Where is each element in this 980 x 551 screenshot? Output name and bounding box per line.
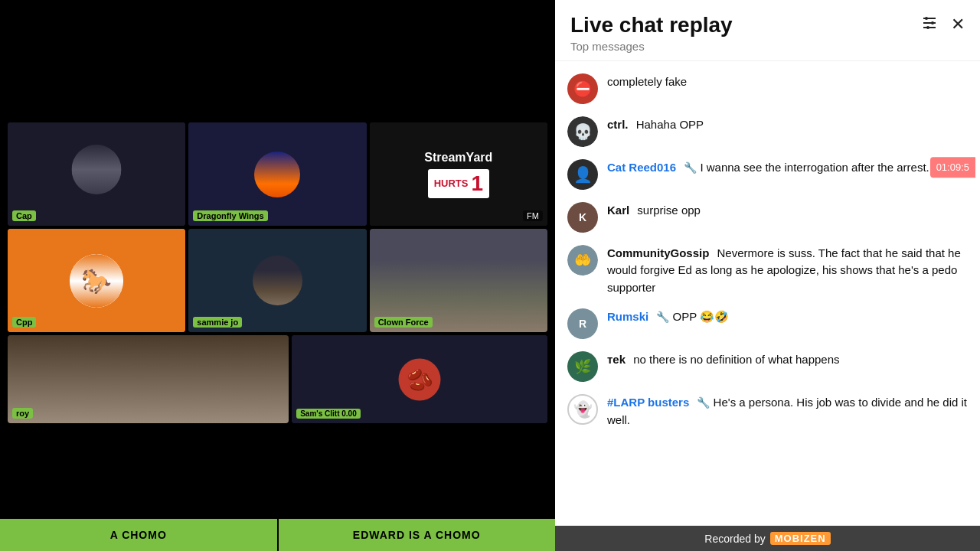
label-fm: FM	[523, 210, 543, 221]
avatar-4: K	[567, 202, 598, 233]
video-panel: Cap Dragonfly Wings StreamYard HURTS 1	[0, 0, 555, 551]
svg-point-5	[926, 26, 929, 29]
avatar-3: 👤	[567, 159, 598, 190]
recorded-text: Recorded by	[704, 533, 765, 545]
svg-point-3	[925, 17, 928, 20]
label-cpp: Cpp	[12, 317, 36, 328]
msg-content-3: Cat Reed016 🔧 I wanna see the interrogat…	[607, 159, 968, 177]
chat-message-3: 👤 Cat Reed016 🔧 I wanna see the interrog…	[555, 153, 980, 196]
chat-panel: Live chat replay Top messages ✕ ⛔	[555, 0, 980, 551]
chat-subtitle: Top messages	[570, 40, 965, 53]
filter-icon[interactable]	[920, 14, 939, 35]
grid-cell-cpp: 🐎 Cpp	[8, 229, 185, 332]
chat-title: Live chat replay	[570, 12, 965, 38]
chat-header-icons: ✕	[920, 14, 965, 35]
label-dragonfly: Dragonfly Wings	[193, 210, 267, 221]
chat-message-2: 💀 ctrl. Hahaha OPP	[555, 110, 980, 153]
avatar-1: ⛔	[567, 73, 598, 104]
grid-cell-fm: StreamYard HURTS 1 FM	[370, 122, 547, 226]
label-roy: roy	[12, 408, 33, 419]
avatar-8: 👻	[567, 394, 598, 425]
msg-content-5: CommunityGossip Nevermore is suss. The f…	[607, 245, 968, 297]
label-sam: Sam's Clitt 0.00	[296, 409, 361, 419]
grid-cell-sammie: sammie jo	[188, 229, 366, 332]
video-grid: Cap Dragonfly Wings StreamYard HURTS 1	[8, 122, 547, 505]
chat-header: Live chat replay Top messages ✕	[555, 0, 980, 61]
label-cap: Cap	[12, 210, 36, 221]
avatar-5: 🤲	[567, 245, 598, 276]
msg-content-7: теk no there is no definition of what ha…	[607, 351, 968, 369]
chat-message-5: 🤲 CommunityGossip Nevermore is suss. The…	[555, 239, 980, 303]
label-clown: Clown Force	[374, 317, 433, 328]
avatar-7: 🌿	[567, 351, 598, 382]
bottom-banner: A CHOMO EDWARD IS A CHOMO	[0, 519, 555, 551]
streamyard-label: StreamYard	[424, 151, 492, 165]
grid-cell-sam: 🫘 Sam's Clitt 0.00	[292, 335, 547, 423]
chat-message-6: R Rumski 🔧 OPP 😂🤣	[555, 302, 980, 345]
chat-message-1: ⛔ completely fake	[555, 67, 980, 110]
recorded-banner: Recorded by MOBIZEN	[555, 526, 980, 551]
chat-message-7: 🌿 теk no there is no definition of what …	[555, 345, 980, 388]
grid-cell-clown: Clown Force	[370, 229, 547, 332]
svg-point-4	[931, 21, 934, 24]
banner-right: EDWARD IS A CHOMO	[279, 529, 556, 541]
msg-content-2: ctrl. Hahaha OPP	[607, 116, 968, 134]
grid-cell-roy: roy	[8, 335, 289, 423]
banner-left: A CHOMO	[0, 529, 277, 541]
hurts-badge: HURTS 1	[428, 169, 489, 198]
mobizen-logo: MOBIZEN	[770, 532, 831, 545]
grid-cell-dragonfly: Dragonfly Wings	[188, 122, 366, 226]
avatar-6: R	[567, 308, 598, 339]
bean-avatar: 🫘	[399, 358, 441, 400]
timestamp-badge: 01:09:5	[930, 157, 975, 178]
msg-content-8: #LARP busters 🔧 He's a persona. His job …	[607, 394, 968, 429]
msg-content-6: Rumski 🔧 OPP 😂🤣	[607, 308, 968, 326]
chat-messages[interactable]: ⛔ completely fake 💀 ctrl. Hahaha OPP 👤 C…	[555, 61, 980, 526]
msg-content-4: Karl surprise opp	[607, 202, 968, 220]
grid-cell-cap: Cap	[8, 122, 185, 226]
close-icon[interactable]: ✕	[951, 16, 965, 33]
chat-message-4: K Karl surprise opp	[555, 196, 980, 239]
chat-message-8: 👻 #LARP busters 🔧 He's a persona. His jo…	[555, 388, 980, 435]
label-sammie: sammie jo	[193, 317, 242, 328]
avatar-2: 💀	[567, 116, 598, 147]
msg-content-1: completely fake	[607, 73, 968, 91]
